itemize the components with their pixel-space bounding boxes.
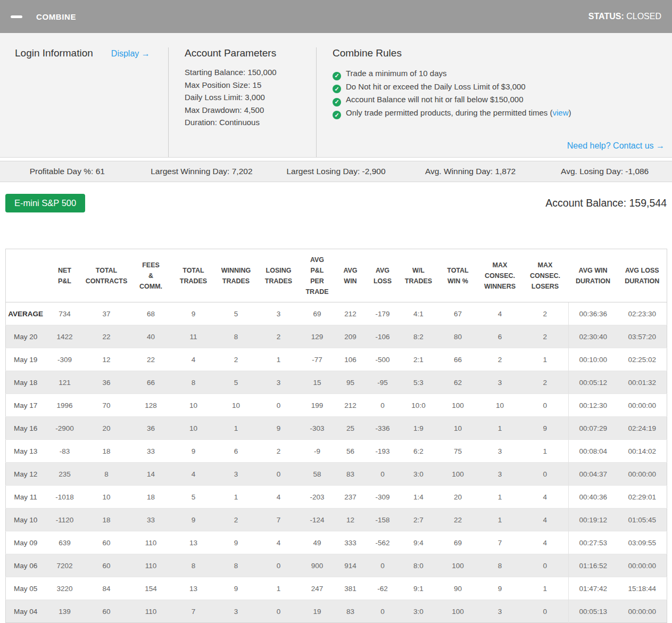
column-header: AVG LOSS DURATION bbox=[618, 249, 667, 302]
table-cell: 00:05:13 bbox=[569, 600, 618, 623]
table-cell: 56 bbox=[335, 440, 366, 463]
table-cell: 60 bbox=[84, 600, 129, 623]
table-cell: 110 bbox=[129, 554, 173, 577]
table-cell: 10 bbox=[438, 417, 478, 440]
table-cell: 3 bbox=[258, 371, 300, 394]
table-row: May 0963960110139449333-5629:4697400:27:… bbox=[6, 531, 667, 554]
contact-us-link[interactable]: Need help? Contact us → bbox=[567, 141, 665, 151]
table-cell: 5:3 bbox=[400, 371, 438, 394]
table-row: May 053220841541391247381-629:1909101:47… bbox=[6, 577, 667, 600]
rule-text: Only trade permitted products, during th… bbox=[346, 108, 553, 117]
info-panel: Login Information Display → Account Para… bbox=[0, 33, 672, 158]
table-cell: 00:05:12 bbox=[569, 371, 618, 394]
table-cell: 3:0 bbox=[400, 600, 438, 623]
table-row: May 19-3091222421-77106-5002:1662100:10:… bbox=[6, 348, 667, 371]
table-cell: 01:05:45 bbox=[618, 509, 667, 531]
table-body: AVERAGE734376895369212-1794:1674200:36:3… bbox=[6, 302, 667, 623]
table-cell: 734 bbox=[46, 302, 84, 325]
table-cell: 10 bbox=[478, 394, 522, 417]
table-cell: -77 bbox=[300, 348, 335, 371]
table-cell: 1996 bbox=[46, 394, 84, 417]
row-label: May 19 bbox=[6, 348, 46, 371]
table-cell: 00:01:32 bbox=[618, 371, 667, 394]
column-header: NET P&L bbox=[46, 249, 84, 302]
table-cell: 9 bbox=[173, 302, 214, 325]
table-cell: 0 bbox=[258, 600, 300, 623]
combine-rule: ✓Trade a minimum of 10 days bbox=[333, 67, 662, 80]
rule-text: Trade a minimum of 10 days bbox=[346, 69, 447, 78]
row-label: May 18 bbox=[6, 371, 46, 394]
table-cell: 2 bbox=[478, 348, 522, 371]
display-link[interactable]: Display → bbox=[111, 49, 150, 59]
column-header: W/L TRADES bbox=[400, 249, 438, 302]
table-header-row: NET P&LTOTAL CONTRACTSFEES & COMM.TOTAL … bbox=[6, 249, 667, 302]
table-row: May 13-831833962-956-1936:2753100:08:040… bbox=[6, 440, 667, 463]
product-tab-button[interactable]: E-mini S&P 500 bbox=[5, 194, 85, 212]
column-header: MAX CONSEC. LOSERS bbox=[522, 249, 569, 302]
table-cell: 154 bbox=[129, 577, 173, 600]
check-circle-icon: ✓ bbox=[333, 98, 341, 106]
table-cell: 13 bbox=[173, 577, 214, 600]
table-cell: 100 bbox=[438, 600, 478, 623]
table-cell: 49 bbox=[300, 531, 335, 554]
table-cell: 9 bbox=[214, 531, 258, 554]
table-cell: 9 bbox=[173, 440, 214, 463]
top-bar: COMBINE STATUS: CLOSED bbox=[0, 0, 672, 33]
table-cell: 8 bbox=[173, 371, 214, 394]
table-cell: 2 bbox=[522, 325, 569, 348]
table-cell: 00:19:12 bbox=[569, 509, 618, 531]
table-cell: 20 bbox=[438, 486, 478, 509]
table-cell: 1:9 bbox=[400, 417, 438, 440]
table-cell: -158 bbox=[366, 509, 400, 531]
table-cell: -1120 bbox=[46, 509, 84, 531]
table-cell: 36 bbox=[129, 417, 173, 440]
row-label: May 04 bbox=[6, 600, 46, 623]
column-header: AVG P&L PER TRADE bbox=[300, 249, 335, 302]
table-cell: 00:00:00 bbox=[618, 554, 667, 577]
table-cell: -179 bbox=[366, 302, 400, 325]
table-cell: 5 bbox=[173, 486, 214, 509]
table-cell: 2 bbox=[522, 302, 569, 325]
table-cell: 33 bbox=[129, 440, 173, 463]
table-cell: 209 bbox=[335, 325, 366, 348]
table-cell: 139 bbox=[46, 600, 84, 623]
table-row: May 0672026011088090091408:01008001:16:5… bbox=[6, 554, 667, 577]
table-cell: 0 bbox=[366, 554, 400, 577]
table-cell: 00:40:36 bbox=[569, 486, 618, 509]
view-link[interactable]: view bbox=[553, 108, 569, 117]
row-label: May 09 bbox=[6, 531, 46, 554]
table-cell: -62 bbox=[366, 577, 400, 600]
table-cell: 67 bbox=[438, 302, 478, 325]
table-cell: 14 bbox=[129, 463, 173, 486]
table-cell: 58 bbox=[300, 463, 335, 486]
table-cell: 10 bbox=[173, 394, 214, 417]
table-cell: -2900 bbox=[46, 417, 84, 440]
table-cell: 4 bbox=[258, 531, 300, 554]
table-cell: 90 bbox=[438, 577, 478, 600]
table-cell: 212 bbox=[335, 302, 366, 325]
table-cell: 4 bbox=[522, 531, 569, 554]
table-cell: 80 bbox=[438, 325, 478, 348]
combine-rule: ✓Do Not hit or exceed the Daily Loss Lim… bbox=[333, 80, 662, 94]
table-cell: 8 bbox=[84, 463, 129, 486]
table-cell: 15:18:44 bbox=[618, 577, 667, 600]
table-cell: 00:27:53 bbox=[569, 531, 618, 554]
table-cell: 900 bbox=[300, 554, 335, 577]
table-cell: 00:04:37 bbox=[569, 463, 618, 486]
table-cell: 2 bbox=[522, 371, 569, 394]
collapse-icon[interactable] bbox=[11, 15, 22, 18]
table-cell: -193 bbox=[366, 440, 400, 463]
account-parameter-line: Duration: Continuous bbox=[185, 116, 316, 129]
table-cell: 100 bbox=[438, 394, 478, 417]
table-cell: 66 bbox=[438, 348, 478, 371]
table-cell: 40 bbox=[129, 325, 173, 348]
table-cell: 33 bbox=[129, 509, 173, 531]
table-cell: 100 bbox=[438, 463, 478, 486]
table-cell: -95 bbox=[366, 371, 400, 394]
table-cell: 3 bbox=[214, 463, 258, 486]
table-cell: 8 bbox=[478, 554, 522, 577]
status-value: CLOSED bbox=[626, 12, 661, 21]
table-cell: 00:07:29 bbox=[569, 417, 618, 440]
check-circle-icon: ✓ bbox=[333, 85, 341, 93]
table-cell: 20 bbox=[84, 417, 129, 440]
